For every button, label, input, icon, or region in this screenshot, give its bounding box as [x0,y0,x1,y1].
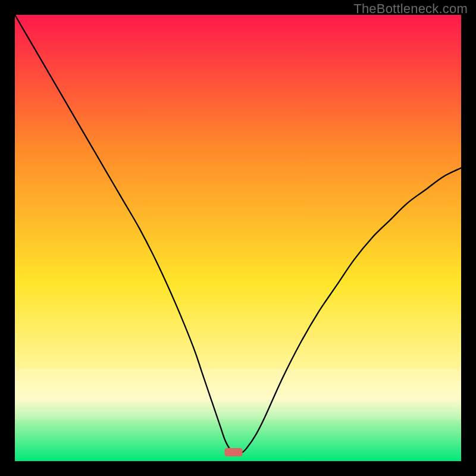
optimum-marker [225,448,243,456]
bottleneck-curve-chart [15,15,461,461]
chart-frame: TheBottleneck.com [0,0,476,476]
plot-area [15,15,461,461]
pale-band [15,369,461,419]
watermark-label: TheBottleneck.com [353,1,468,17]
